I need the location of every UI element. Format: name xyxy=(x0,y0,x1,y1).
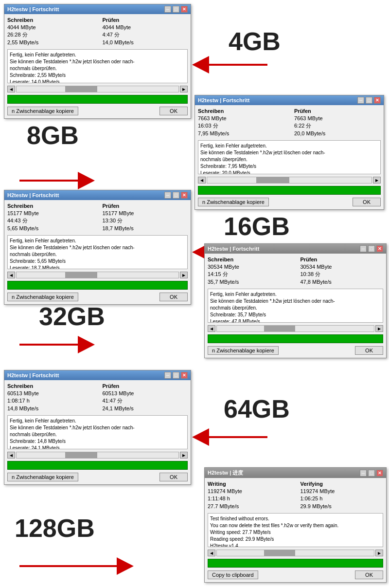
scroll-track[interactable] xyxy=(207,177,372,184)
write-size: 4044 MByte xyxy=(7,24,93,31)
scrollbar[interactable]: ◀ ▶ xyxy=(208,325,383,332)
scroll-left[interactable]: ◀ xyxy=(7,272,15,278)
maximize-button[interactable]: □ xyxy=(368,470,375,477)
progress-bar xyxy=(7,281,188,290)
write-label: Writing xyxy=(208,481,291,487)
scrollbar[interactable]: ◀ ▶ xyxy=(7,272,188,278)
window-win4gb: H2testw | Fortschritt ─ □ ✕ Schreiben 40… xyxy=(4,4,191,119)
scroll-thumb xyxy=(256,177,289,183)
verify-label: Prüfen xyxy=(103,383,188,389)
window-title-text: H2testw | Fortschritt xyxy=(7,372,59,378)
minimize-button[interactable]: ─ xyxy=(164,6,171,13)
write-time: 16:03 分 xyxy=(198,122,284,129)
clipboard-button[interactable]: n Zwischenablage kopiere xyxy=(198,198,269,206)
window-title-text: H2testw | Fortschritt xyxy=(198,97,249,103)
verify-size: 4044 MByte xyxy=(103,24,188,31)
window-footer: n Zwischenablage kopiere OK xyxy=(198,198,381,206)
scrollbar[interactable]: ◀ ▶ xyxy=(7,86,188,92)
scroll-track[interactable] xyxy=(216,550,374,556)
scroll-left[interactable]: ◀ xyxy=(208,325,215,332)
scroll-track[interactable] xyxy=(16,452,179,459)
ok-button[interactable]: OK xyxy=(353,198,381,206)
ok-button[interactable]: OK xyxy=(355,570,383,579)
write-label: Schreiben xyxy=(7,203,93,209)
verify-label: Prüfen xyxy=(103,17,188,23)
window-title: H2testw | Fortschritt ─ □ ✕ xyxy=(4,370,191,380)
log-output: Fertig, kein Fehler aufgetreten.Sie könn… xyxy=(7,415,188,449)
clipboard-button[interactable]: n Zwischenablage kopiere xyxy=(7,293,78,301)
close-button[interactable]: ✕ xyxy=(376,245,383,252)
close-button[interactable]: ✕ xyxy=(181,192,188,199)
scroll-right[interactable]: ▶ xyxy=(375,550,383,556)
clipboard-button[interactable]: n Zwischenablage kopiere xyxy=(7,473,78,481)
scroll-right[interactable]: ▶ xyxy=(373,177,381,184)
write-time: 26:28 分 xyxy=(7,31,93,38)
scroll-left[interactable]: ◀ xyxy=(208,550,215,556)
close-button[interactable]: ✕ xyxy=(181,6,188,13)
maximize-button[interactable]: □ xyxy=(173,192,179,199)
ok-button[interactable]: OK xyxy=(159,107,188,115)
scroll-right[interactable]: ▶ xyxy=(180,452,188,459)
window-title-text: H2testw | 进度 xyxy=(208,469,243,477)
minimize-button[interactable]: ─ xyxy=(360,470,367,477)
ok-button[interactable]: OK xyxy=(159,473,188,481)
minimize-button[interactable]: ─ xyxy=(164,372,171,379)
window-title-text: H2testw | Fortschritt xyxy=(7,6,59,12)
close-button[interactable]: ✕ xyxy=(181,372,188,379)
maximize-button[interactable]: □ xyxy=(368,245,375,252)
scroll-track[interactable] xyxy=(16,272,179,278)
window-win64gb: H2testw | Fortschritt ─ □ ✕ Schreiben 60… xyxy=(4,370,191,485)
verify-speed: 24,1 MByte/s xyxy=(103,405,188,412)
scrollbar[interactable]: ◀ ▶ xyxy=(7,452,188,459)
maximize-button[interactable]: □ xyxy=(366,97,372,104)
size-label-lbl32gb: 32GB xyxy=(39,302,105,331)
write-time: 1:08:17 h xyxy=(7,397,93,404)
scroll-right[interactable]: ▶ xyxy=(180,272,188,278)
minimize-button[interactable]: ─ xyxy=(360,245,367,252)
scroll-right[interactable]: ▶ xyxy=(375,325,383,332)
minimize-button[interactable]: ─ xyxy=(357,97,364,104)
window-footer: n Zwischenablage kopiere OK xyxy=(7,473,188,481)
window-footer: n Zwischenablage kopiere OK xyxy=(7,293,188,301)
scrollbar[interactable]: ◀ ▶ xyxy=(198,177,381,184)
clipboard-button[interactable]: n Zwischenablage kopiere xyxy=(208,346,279,355)
maximize-button[interactable]: □ xyxy=(173,6,179,13)
write-size: 7663 MByte xyxy=(198,115,284,122)
scroll-left[interactable]: ◀ xyxy=(198,177,206,184)
ok-button[interactable]: OK xyxy=(159,293,188,301)
write-label: Schreiben xyxy=(198,108,284,114)
size-label-lbl64gb: 64GB xyxy=(224,394,290,423)
window-title: H2testw | Fortschritt ─ □ ✕ xyxy=(4,4,191,14)
ok-button[interactable]: OK xyxy=(355,346,383,355)
verify-label: Prüfen xyxy=(294,108,381,114)
progress-bar xyxy=(7,461,188,470)
verify-speed: 47,8 MByte/s xyxy=(301,278,384,286)
clipboard-button[interactable]: n Zwischenablage kopiere xyxy=(7,107,78,115)
arrow-8gb xyxy=(19,172,95,189)
verify-speed: 20,0 MByte/s xyxy=(294,130,381,137)
scroll-left[interactable]: ◀ xyxy=(7,86,15,92)
scrollbar[interactable]: ◀ ▶ xyxy=(208,550,383,556)
verify-size: 119274 MByte xyxy=(301,488,384,495)
write-time: 1:11:48 h xyxy=(208,495,291,502)
scroll-thumb xyxy=(65,452,98,458)
scroll-track[interactable] xyxy=(216,325,374,332)
scroll-track[interactable] xyxy=(16,86,179,92)
scroll-right[interactable]: ▶ xyxy=(180,86,188,92)
write-speed: 5,65 MByte/s xyxy=(7,225,93,232)
scroll-thumb xyxy=(65,86,98,92)
write-speed: 7,95 MByte/s xyxy=(198,130,284,137)
scroll-left[interactable]: ◀ xyxy=(7,452,15,459)
close-button[interactable]: ✕ xyxy=(376,470,383,477)
window-footer: Copy to clipboard OK xyxy=(208,570,383,579)
close-button[interactable]: ✕ xyxy=(374,97,381,104)
log-output: Fertig, kein Fehler aufgetreten.Sie könn… xyxy=(7,235,188,269)
window-footer: n Zwischenablage kopiere OK xyxy=(7,107,188,115)
size-label-lbl16gb: 16GB xyxy=(224,212,290,241)
clipboard-button[interactable]: Copy to clipboard xyxy=(208,570,258,579)
window-footer: n Zwischenablage kopiere OK xyxy=(208,346,383,355)
maximize-button[interactable]: □ xyxy=(173,372,179,379)
window-title: H2testw | Fortschritt ─ □ ✕ xyxy=(4,190,191,200)
minimize-button[interactable]: ─ xyxy=(164,192,171,199)
progress-bar xyxy=(208,334,383,343)
